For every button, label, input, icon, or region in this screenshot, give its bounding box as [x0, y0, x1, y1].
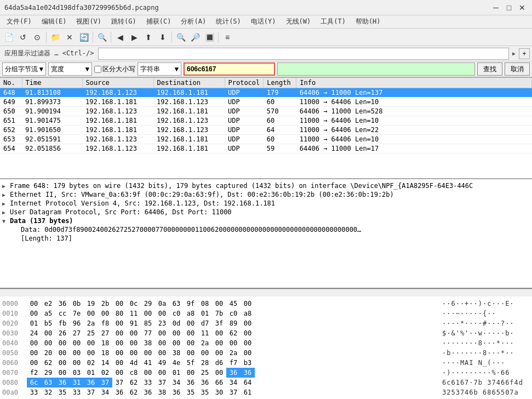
hex-byte[interactable]: f8 [98, 318, 112, 328]
hex-byte[interactable]: 34 [169, 378, 184, 387]
hex-byte[interactable]: 00 [112, 299, 127, 309]
hex-byte[interactable]: fb [55, 318, 70, 328]
menu-goto[interactable]: 跳转(G) [107, 16, 141, 27]
toolbar-extra[interactable]: ≡ [221, 31, 234, 44]
hex-byte[interactable]: 00 [27, 358, 41, 368]
toolbar-back[interactable]: ◀ [113, 31, 127, 44]
filter-arrow-btn[interactable]: ▶ [511, 50, 517, 56]
hex-byte[interactable]: 2a [226, 348, 241, 358]
hex-byte[interactable]: 00 [184, 328, 198, 338]
col-header-no[interactable]: No. [0, 78, 22, 88]
hex-byte[interactable]: 38 [169, 348, 184, 358]
hex-byte[interactable]: a8 [184, 309, 198, 318]
hex-byte[interactable]: 00 [112, 368, 127, 378]
hex-byte[interactable]: 41 [141, 358, 155, 368]
hex-byte[interactable]: 36 [226, 368, 241, 378]
toolbar-search[interactable]: 🔍 [95, 31, 108, 44]
toolbar-reload[interactable]: 🔄 [77, 31, 90, 44]
col-header-time[interactable]: Time [22, 78, 82, 88]
cancel-button[interactable]: 取消 [505, 62, 530, 76]
hex-byte[interactable]: 35 [198, 387, 212, 397]
detail-row-ethernet[interactable]: ▶ Ethernet II, Src: VMware_0a:63:9f (00:… [2, 190, 530, 199]
hex-byte[interactable]: 00 [70, 358, 84, 368]
search-width-dropdown[interactable]: 宽度 ▼ [48, 62, 92, 76]
hex-byte[interactable]: 66 [212, 378, 226, 387]
hex-byte[interactable]: f2 [27, 368, 41, 378]
hex-byte[interactable]: 89 [226, 318, 241, 328]
hex-byte[interactable]: 3f [212, 318, 226, 328]
hex-byte[interactable]: 36 [169, 387, 184, 397]
hex-byte[interactable]: 00 [212, 299, 226, 309]
search-case-checkbox[interactable]: 区分大小写 [94, 65, 135, 74]
hex-byte[interactable]: e2 [41, 299, 55, 309]
hex-byte[interactable]: 00 [169, 338, 184, 348]
menu-file[interactable]: 文件(F) [2, 16, 36, 27]
hex-byte[interactable]: cc [55, 309, 70, 318]
hex-byte[interactable]: 00 [212, 348, 226, 358]
hex-byte[interactable]: 00 [41, 338, 55, 348]
hex-byte[interactable]: 34 [98, 387, 112, 397]
hex-byte[interactable]: 00 [226, 338, 241, 348]
hex-byte[interactable]: 18 [98, 338, 112, 348]
hex-byte[interactable]: 03 [70, 368, 84, 378]
hex-byte[interactable]: 00 [112, 358, 127, 368]
search-format-dropdown[interactable]: 字符串 ▼ [138, 62, 181, 76]
hex-byte[interactable]: 0b [70, 299, 84, 309]
hex-byte[interactable]: 00 [127, 338, 141, 348]
hex-byte[interactable]: 00 [184, 318, 198, 328]
menu-capture[interactable]: 捕获(C) [142, 16, 176, 27]
hex-byte[interactable]: 62 [127, 378, 141, 387]
hex-byte[interactable]: 36 [198, 378, 212, 387]
hex-byte[interactable]: 36 [84, 378, 98, 387]
hex-byte[interactable]: 00 [112, 338, 127, 348]
hex-byte[interactable]: 49 [155, 358, 169, 368]
hex-byte[interactable]: 9f [184, 299, 198, 309]
find-button[interactable]: 查找 [477, 62, 502, 76]
hex-byte[interactable]: 00 [184, 348, 198, 358]
hex-byte[interactable]: 00 [55, 358, 70, 368]
ipv4-expand-icon[interactable]: ▶ [2, 201, 10, 207]
hex-byte[interactable]: 00 [155, 328, 169, 338]
hex-byte[interactable]: 0a [155, 299, 169, 309]
detail-row-ipv4[interactable]: ▶ Internet Protocol Version 4, Src: 192.… [2, 199, 530, 208]
hex-byte[interactable]: b5 [41, 318, 55, 328]
hex-byte[interactable]: 00 [112, 328, 127, 338]
hex-byte[interactable]: 00 [55, 338, 70, 348]
hex-byte[interactable]: 23 [155, 318, 169, 328]
hex-byte[interactable]: 31 [70, 378, 84, 387]
filter-input[interactable] [98, 48, 508, 60]
hex-byte[interactable]: 37 [155, 378, 169, 387]
hex-byte[interactable]: 37 [98, 378, 112, 387]
hex-byte[interactable]: 00 [241, 299, 255, 309]
hex-byte[interactable]: 33 [70, 387, 84, 397]
hex-byte[interactable]: 36 [241, 368, 255, 378]
hex-byte[interactable]: 00 [241, 348, 255, 358]
minimize-button[interactable]: ─ [490, 2, 501, 13]
hex-byte[interactable]: f7 [226, 358, 241, 368]
detail-row-frame[interactable]: ▶ Frame 648: 179 bytes on wire (1432 bit… [2, 181, 530, 190]
detail-row-data[interactable]: ▼ Data (137 bytes) [2, 216, 530, 225]
data-expand-icon[interactable]: ▼ [2, 218, 10, 224]
hex-byte[interactable]: d6 [212, 358, 226, 368]
hex-byte[interactable]: 00 [27, 338, 41, 348]
hex-byte[interactable]: 20 [41, 348, 55, 358]
hex-byte[interactable]: 08 [198, 299, 212, 309]
menu-edit[interactable]: 编辑(E) [37, 16, 71, 27]
toolbar-open[interactable]: ↺ [16, 31, 30, 44]
menu-tools[interactable]: 工具(T) [316, 16, 350, 27]
hex-byte[interactable]: 00 [127, 348, 141, 358]
hex-byte[interactable]: 29 [141, 299, 155, 309]
toolbar-save[interactable]: ⊙ [31, 31, 44, 44]
detail-hscrollbar[interactable] [0, 289, 532, 297]
table-row[interactable]: 64891.813108192.168.1.123192.168.1.181UD… [0, 88, 532, 98]
toolbar-folder[interactable]: 📁 [49, 31, 62, 44]
hex-byte[interactable]: 00 [155, 368, 169, 378]
hex-byte[interactable]: 36 [184, 378, 198, 387]
toolbar-zoomout[interactable]: 🔎 [188, 31, 202, 44]
hex-byte[interactable]: 24 [27, 328, 41, 338]
hex-byte[interactable]: 2b [98, 299, 112, 309]
detail-row-udp[interactable]: ▶ User Datagram Protocol, Src Port: 6440… [2, 208, 530, 216]
hex-byte[interactable]: 63 [169, 299, 184, 309]
hex-byte[interactable]: 26 [55, 328, 70, 338]
hex-byte[interactable]: 38 [155, 387, 169, 397]
